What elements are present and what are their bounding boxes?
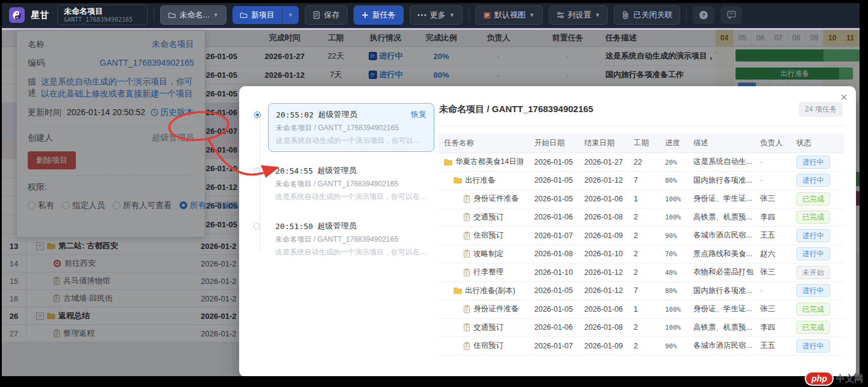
column-settings-button[interactable]: 列设置 ▼ bbox=[549, 5, 608, 25]
task-name: 华夏古都美食14日游 bbox=[455, 157, 524, 167]
project-select-dropdown[interactable]: 未命名... ▼ bbox=[160, 5, 226, 25]
task-table-row[interactable]: 交通预订2026-01-062026-01-082100%高铁票、机票预...李… bbox=[438, 319, 844, 338]
new-project-button[interactable]: 新项目 bbox=[233, 6, 282, 24]
chevron-down-icon: ▼ bbox=[529, 12, 535, 18]
svg-text:?: ? bbox=[702, 12, 706, 18]
task-count-badge: 24 项任务 bbox=[799, 102, 843, 117]
clipboard-icon bbox=[463, 231, 470, 240]
watermark-text: 中文网 bbox=[836, 373, 863, 385]
task-name: 交通预订 bbox=[473, 212, 504, 222]
chat-bubble-icon bbox=[727, 11, 736, 19]
task-name: 出行准备(副本) bbox=[465, 286, 515, 296]
status-badge: 已完成 bbox=[796, 321, 830, 334]
task-table-row[interactable]: 出行准备2026-01-052026-01-12780%国内旅行各项准...-进… bbox=[438, 172, 844, 190]
status-badge: 未开始 bbox=[796, 266, 830, 279]
default-view-button[interactable]: 默认视图 ▼ bbox=[475, 5, 543, 25]
version-radio-icon[interactable] bbox=[254, 168, 260, 174]
yinyang-icon bbox=[12, 10, 22, 20]
task-table-row[interactable]: 行李整理2026-01-102026-01-12240%衣物和必需品打包张三未开… bbox=[438, 263, 844, 282]
new-project-dropdown-arrow[interactable]: ▼ bbox=[282, 6, 299, 24]
toolbar: 星甘 未命名项目 GANTT_1768394902165 未命名... ▼ 新项… bbox=[2, 3, 860, 28]
version-path: 未命名项目 / GANTT_1768394902165 bbox=[276, 123, 426, 133]
version-radio-icon[interactable] bbox=[254, 112, 261, 118]
task-name: 身份证件准备 bbox=[473, 304, 519, 314]
task-table-row[interactable]: 住宿预订2026-01-072026-01-09290%各城市酒店民宿...王五… bbox=[438, 337, 844, 356]
version-description: 这是系统自动生成的一个演示项目，你可以在此... bbox=[275, 247, 427, 257]
column-settings-label: 列设置 bbox=[568, 10, 592, 20]
default-view-label: 默认视图 bbox=[495, 10, 526, 20]
task-table-header: 任务名称开始日期结束日期工期进度描述负责人状态 bbox=[438, 133, 844, 153]
view-icon bbox=[483, 11, 491, 19]
task-table-row[interactable]: 住宿预订2026-01-072026-01-09290%各城市酒店民宿...王五… bbox=[438, 227, 844, 245]
version-description: 这是系统自动生成的一个演示项目，你可以在此... bbox=[275, 192, 427, 202]
task-table-column-header: 进度 bbox=[659, 138, 687, 148]
version-user: 超级管理员 bbox=[317, 221, 357, 231]
status-badge: 进行中 bbox=[796, 284, 830, 297]
version-entry[interactable]: 20:54:55超级管理员未命名项目 / GANTT_1768394902165… bbox=[268, 160, 434, 207]
task-name: 交通预订 bbox=[473, 322, 504, 333]
history-version-modal: × 20:55:02超级管理员恢复未命名项目 / GANTT_176839490… bbox=[239, 86, 856, 376]
version-user: 超级管理员 bbox=[318, 109, 357, 120]
status-badge: 进行中 bbox=[796, 247, 830, 260]
plus-icon bbox=[361, 11, 369, 19]
feedback-button[interactable] bbox=[720, 6, 742, 24]
new-task-button[interactable]: 新任务 bbox=[354, 5, 404, 25]
status-badge: 已完成 bbox=[796, 210, 830, 224]
project-id: GANTT_1768394902165 bbox=[64, 16, 141, 24]
closed-links-label: 已关闭关联 bbox=[633, 10, 672, 20]
task-table-column-header: 工期 bbox=[628, 138, 659, 148]
help-button[interactable]: ? bbox=[693, 6, 714, 24]
sliders-icon bbox=[557, 11, 564, 19]
clipboard-icon bbox=[463, 268, 470, 277]
closed-links-button[interactable]: 已关闭关联 bbox=[614, 5, 680, 25]
version-time: 20:55:02 bbox=[276, 110, 314, 119]
folder-plus-icon bbox=[240, 11, 248, 19]
toolbar-separator bbox=[686, 8, 687, 22]
modal-project-title: 未命名项目 / GANTT_1768394902165 bbox=[439, 104, 593, 115]
task-name: 身份证件准备 bbox=[473, 194, 519, 204]
version-entry[interactable]: 20:55:02超级管理员恢复未命名项目 / GANTT_17683949021… bbox=[268, 103, 434, 152]
task-name: 住宿预订 bbox=[473, 341, 504, 351]
task-table-row[interactable]: 出行准备(副本)2026-01-052026-01-12780%国内旅行各项准.… bbox=[438, 282, 844, 301]
document-icon bbox=[313, 11, 320, 19]
brand-name: 星甘 bbox=[31, 10, 49, 21]
clipboard-icon bbox=[463, 213, 470, 221]
app-logo bbox=[9, 7, 25, 23]
more-button[interactable]: 更多 ▼ bbox=[410, 5, 463, 25]
version-preview-pane: 未命名项目 / GANTT_1768394902165 24 项任务 任务名称开… bbox=[438, 98, 844, 356]
project-title: 未命名项目 bbox=[64, 7, 141, 16]
version-path: 未命名项目 / GANTT_1768394902165 bbox=[275, 179, 427, 189]
clipboard-icon bbox=[463, 250, 470, 258]
restore-link[interactable]: 恢复 bbox=[411, 109, 426, 120]
paperclip-icon bbox=[622, 11, 629, 19]
php-logo: php bbox=[805, 371, 834, 386]
task-table-column-header: 状态 bbox=[790, 138, 844, 148]
task-table-row[interactable]: 身份证件准备2026-01-052026-01-061100%身份证、学生证..… bbox=[438, 300, 844, 319]
task-table-row[interactable]: 攻略制定2026-01-082026-01-10270%景点路线和美食...赵六… bbox=[438, 245, 844, 264]
save-button[interactable]: 保存 bbox=[305, 5, 348, 25]
clipboard-icon bbox=[463, 323, 470, 332]
task-table-column-header: 开始日期 bbox=[528, 138, 578, 148]
toolbar-separator bbox=[469, 8, 469, 22]
clipboard-icon bbox=[463, 195, 470, 203]
clipboard-icon bbox=[463, 305, 470, 313]
folder-icon bbox=[454, 287, 462, 294]
question-circle-icon: ? bbox=[699, 10, 708, 20]
version-path: 未命名项目 / GANTT_1768394902165 bbox=[275, 234, 427, 245]
task-table-row[interactable]: 身份证件准备2026-01-052026-01-061100%身份证、学生证..… bbox=[438, 190, 844, 209]
folder-icon bbox=[444, 159, 452, 166]
clipboard-icon bbox=[463, 342, 470, 350]
new-project-split-button[interactable]: 新项目 ▼ bbox=[233, 6, 299, 24]
task-table-row[interactable]: 华夏古都美食14日游2026-01-052026-01-272220%这是系统自… bbox=[438, 153, 844, 172]
save-label: 保存 bbox=[324, 10, 340, 20]
main-content: 开始时间完成时间工期执行情况完成比例负责人前置任务任务描述 2026-01-05… bbox=[2, 30, 860, 376]
chevron-down-icon: ▼ bbox=[595, 12, 601, 18]
project-info-box[interactable]: 未命名项目 GANTT_1768394902165 bbox=[57, 5, 148, 25]
version-entry[interactable]: 20:51:50超级管理员未命名项目 / GANTT_1768394902165… bbox=[268, 215, 434, 263]
more-label: 更多 bbox=[430, 10, 446, 20]
version-radio-icon[interactable] bbox=[254, 223, 260, 230]
task-table-column-header: 任务名称 bbox=[438, 138, 528, 148]
folder-icon bbox=[168, 11, 176, 19]
task-table-row[interactable]: 交通预订2026-01-062026-01-082100%高铁票、机票预...李… bbox=[438, 209, 844, 227]
version-history-list: 20:55:02超级管理员恢复未命名项目 / GANTT_17683949021… bbox=[252, 103, 434, 271]
